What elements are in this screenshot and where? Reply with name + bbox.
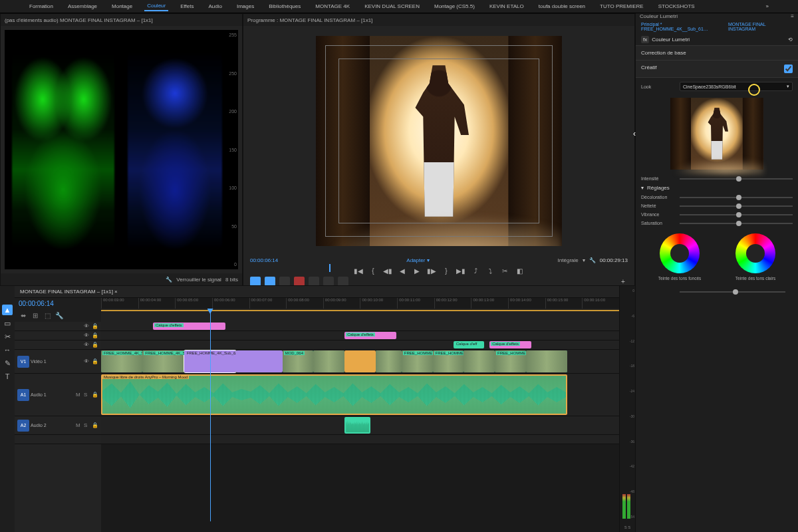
reset-icon[interactable]: ⟲: [788, 37, 793, 43]
track-lane[interactable]: [101, 435, 619, 444]
look-dropdown[interactable]: CineSpace2383sRGB6bit▾: [680, 82, 793, 91]
timeline-clip[interactable]: Musique libre de droits AnyPro – Morning…: [101, 374, 567, 415]
step-fwd-icon[interactable]: ▮▶: [427, 266, 436, 275]
btn-editor-rec[interactable]: [294, 277, 305, 285]
bit-depth-label[interactable]: 8 bits: [225, 277, 238, 283]
btn-editor-7[interactable]: [338, 277, 348, 285]
track-toggle-icon[interactable]: 🔒: [92, 392, 98, 398]
btn-editor-3[interactable]: [279, 277, 290, 285]
track-header[interactable]: A2Audio 2MS🔒: [15, 416, 101, 435]
ws-tab[interactable]: Montage: [109, 2, 135, 11]
ws-tab[interactable]: KEVIN ETALO: [487, 2, 527, 11]
track-toggle-icon[interactable]: M: [76, 422, 82, 429]
fit-dropdown[interactable]: Adapter: [406, 257, 425, 263]
timeline-clip[interactable]: Calque d'eff: [454, 341, 485, 348]
track-toggle-icon[interactable]: 🔒: [92, 422, 98, 429]
btn-editor-1[interactable]: [250, 277, 261, 285]
btn-editor-6[interactable]: [323, 277, 334, 285]
type-tool-icon[interactable]: T: [2, 371, 13, 382]
go-out-icon[interactable]: }: [442, 266, 451, 275]
quality-dropdown[interactable]: Intégrale: [558, 257, 579, 263]
track-toggle-icon[interactable]: 👁: [84, 323, 90, 330]
timeline-clip[interactable]: FREE_HOMME: [495, 350, 526, 372]
chevron-down-icon[interactable]: ▾: [583, 257, 585, 263]
track-tag[interactable]: A2: [17, 420, 29, 432]
selection-tool-icon[interactable]: ▲: [2, 305, 13, 315]
timeline-clip[interactable]: [236, 350, 283, 372]
track-lane[interactable]: Calque d'effets: [101, 322, 619, 331]
track-toggle-icon[interactable]: 👁: [84, 332, 90, 339]
ws-overflow-icon[interactable]: »: [763, 2, 771, 11]
track-toggle-icon[interactable]: S: [84, 392, 90, 398]
tl-settings-icon[interactable]: 🔧: [55, 311, 64, 320]
track-toggle-icon[interactable]: 👁: [84, 342, 90, 348]
waveform-display[interactable]: 255250200150100500: [5, 30, 238, 269]
track-toggle-icon[interactable]: 🔒: [92, 358, 98, 365]
track-toggle-icon[interactable]: 🔒: [92, 342, 98, 348]
timeline-playhead-icon[interactable]: [210, 309, 211, 521]
fx-badge-icon[interactable]: fx: [641, 36, 649, 43]
shadow-tint-wheel[interactable]: [660, 233, 700, 273]
timeline-clip[interactable]: [344, 417, 370, 434]
snap-icon[interactable]: ⬌: [19, 311, 28, 320]
linked-sel-icon[interactable]: ⊞: [31, 311, 40, 320]
adjustments-header[interactable]: ▾Réglages: [641, 185, 793, 191]
track-lanes[interactable]: Calque d'effetsCalque d'effetsCalque d'e…: [101, 322, 619, 532]
track-lane[interactable]: FREE_HOMME_4K_SubFREE_HOMME_4K_SubFREE_H…: [101, 350, 619, 374]
lift-icon[interactable]: ⤴: [471, 266, 480, 275]
time-ruler[interactable]: 00:00:03:0000:00:04:0000:00:05:0000:00:0…: [101, 298, 619, 309]
ws-tab[interactable]: Montage (CS5.5): [432, 2, 477, 11]
track-header[interactable]: 👁🔒: [15, 331, 101, 340]
slip-tool-icon[interactable]: ↔: [2, 344, 13, 355]
timeline-clip[interactable]: [313, 350, 344, 372]
timeline-clip[interactable]: FREE_HOMME: [402, 350, 433, 372]
track-select-tool-icon[interactable]: ▭: [2, 318, 13, 329]
ws-tab[interactable]: Assemblage: [65, 2, 100, 11]
track-toggle-icon[interactable]: 🔒: [92, 323, 98, 330]
mark-in-icon[interactable]: ▮◀: [354, 266, 363, 275]
track-tag[interactable]: V1: [17, 356, 29, 368]
go-in-icon[interactable]: {: [368, 266, 378, 275]
timeline-timecode[interactable]: 00:00:06:14: [19, 300, 54, 307]
ws-tab[interactable]: Formation: [27, 2, 56, 11]
panel-menu-icon[interactable]: ≡: [791, 13, 794, 19]
export-frame-icon[interactable]: ✂: [500, 266, 509, 275]
timeline-clip[interactable]: [376, 350, 402, 372]
wrench-icon[interactable]: 🔧: [589, 257, 596, 263]
playhead-icon[interactable]: [329, 264, 331, 272]
chevron-down-icon[interactable]: ▾: [427, 257, 430, 263]
sharpen-slider[interactable]: [680, 205, 793, 207]
close-tab-icon[interactable]: ×: [114, 289, 118, 295]
timeline-clip[interactable]: [344, 350, 376, 372]
vibrance-slider[interactable]: [680, 214, 793, 215]
play-icon[interactable]: ▶: [412, 266, 422, 275]
ws-tab-active[interactable]: Couleur: [144, 1, 168, 11]
highlight-tint-wheel[interactable]: [735, 233, 775, 273]
play-back-icon[interactable]: ◀: [398, 266, 407, 275]
compare-icon[interactable]: ◧: [515, 266, 524, 275]
program-timecode[interactable]: 00:00:06:14: [250, 257, 278, 263]
timeline-work-area[interactable]: [101, 309, 619, 322]
track-tag[interactable]: A1: [17, 389, 29, 401]
track-header[interactable]: A1Audio 1MS🔒: [15, 374, 101, 416]
prev-look-icon[interactable]: ‹: [633, 129, 636, 138]
btn-editor-5[interactable]: [309, 277, 319, 285]
ws-tab[interactable]: TUTO PREMIERE: [597, 2, 646, 11]
track-toggle-icon[interactable]: 🔒: [92, 332, 98, 339]
btn-editor-2[interactable]: [265, 277, 275, 285]
track-header[interactable]: [15, 435, 101, 444]
sequence-tab[interactable]: MONTAGE FINAL INSTAGRAM – [1x1]: [20, 289, 113, 295]
timeline-clip[interactable]: FREE_HOMME_4K_Sub: [142, 350, 184, 372]
track-lane[interactable]: Calque d'effets: [101, 331, 619, 340]
creative-toggle[interactable]: [784, 65, 793, 73]
ws-tab[interactable]: MONTAGE 4K: [313, 2, 352, 11]
ws-tab[interactable]: Effets: [178, 2, 196, 11]
timeline-clip[interactable]: [464, 350, 495, 372]
intensity-slider[interactable]: [680, 178, 793, 180]
tint-balance-slider[interactable]: [680, 291, 785, 293]
extract-icon[interactable]: ⤵: [485, 266, 495, 275]
pen-tool-icon[interactable]: ✎: [2, 358, 13, 368]
mark-out-icon[interactable]: ▶▮: [456, 266, 466, 275]
timeline-clip[interactable]: FREE_HOMME_4K_Sub: [101, 350, 142, 372]
step-back-icon[interactable]: ◀▮: [383, 266, 392, 275]
